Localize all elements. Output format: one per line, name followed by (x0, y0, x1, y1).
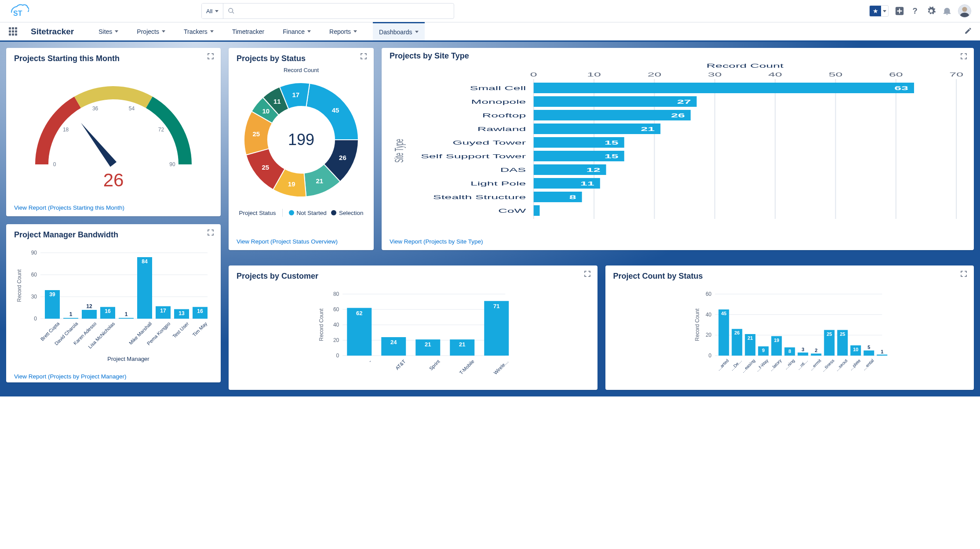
svg-text:40: 40 (705, 312, 711, 318)
svg-text:Record Count: Record Count (694, 308, 700, 341)
svg-text:Small Cell: Small Cell (470, 85, 526, 91)
svg-text:199: 199 (288, 131, 314, 149)
search-scope-dropdown[interactable]: All (202, 4, 223, 18)
view-report-link[interactable]: View Report (Project Status Overview) (237, 238, 338, 245)
expand-icon[interactable] (960, 270, 968, 278)
svg-text:63: 63 (894, 85, 908, 91)
view-report-link[interactable]: View Report (Projects by Project Manager… (14, 373, 127, 380)
svg-text:20: 20 (705, 332, 711, 338)
svg-text:30: 30 (31, 294, 37, 300)
svg-text:45: 45 (332, 106, 339, 114)
svg-text:18: 18 (63, 127, 69, 133)
svg-text:Record Count: Record Count (16, 269, 22, 302)
svg-text:?: ? (913, 6, 918, 15)
view-report-link[interactable]: View Report (Projects Starting this Mont… (14, 204, 124, 211)
nav-item-projects[interactable]: Projects (134, 22, 168, 40)
svg-text:16: 16 (105, 308, 111, 314)
svg-text:Test User: Test User (171, 321, 190, 339)
svg-rect-75 (534, 83, 914, 93)
svg-text:0: 0 (530, 71, 537, 78)
card-projects-by-customer: Projects by Customer 020406080Record Cou… (229, 265, 597, 390)
nav-item-trackers[interactable]: Trackers (181, 22, 216, 40)
gear-icon[interactable] (926, 6, 936, 16)
site-type-chart: Record Count010203040506070Small Cell63M… (390, 61, 966, 223)
svg-point-4 (962, 7, 967, 12)
svg-text:71: 71 (493, 303, 499, 309)
favorites-dropdown[interactable]: ★ (869, 5, 889, 17)
global-search: All (201, 3, 454, 19)
svg-text:19: 19 (774, 338, 779, 343)
svg-text:54: 54 (129, 105, 135, 112)
svg-text:Record Count: Record Count (318, 308, 324, 341)
svg-rect-81 (534, 110, 691, 120)
svg-rect-30 (137, 257, 152, 319)
svg-text:AT&T: AT&T (394, 359, 407, 371)
svg-text:10: 10 (262, 107, 270, 115)
svg-text:-: - (368, 359, 372, 364)
expand-icon[interactable] (583, 270, 591, 278)
search-input[interactable] (238, 7, 449, 15)
card-projects-starting-month: Projects Starting this Month 01836547290… (6, 48, 221, 216)
expand-icon[interactable] (207, 52, 215, 60)
svg-text:45: 45 (721, 311, 726, 316)
nav-item-timetracker[interactable]: Timetracker (230, 22, 267, 40)
svg-text:40: 40 (333, 322, 339, 328)
nav-label: Reports (329, 28, 351, 35)
chevron-down-icon (210, 30, 214, 33)
help-icon[interactable]: ? (911, 6, 920, 16)
svg-text:Self Support Tower: Self Support Tower (421, 153, 526, 160)
legend-item[interactable]: Selection (331, 210, 364, 216)
legend-color-dot (289, 210, 294, 215)
nav-item-finance[interactable]: Finance (280, 22, 313, 40)
pencil-icon[interactable] (964, 27, 972, 36)
svg-rect-152 (798, 353, 808, 356)
view-report-link[interactable]: View Report (Projects by Site Type) (390, 238, 483, 245)
svg-text:25: 25 (840, 331, 845, 337)
nav-label: Projects (137, 28, 159, 35)
svg-text:Sprint: Sprint (428, 359, 441, 371)
card-projects-by-status: Projects by Status Record Count 45262119… (229, 48, 374, 250)
chevron-down-icon (215, 10, 219, 12)
chevron-down-icon (353, 30, 357, 33)
svg-text:10: 10 (853, 347, 858, 352)
top-bar: ST All ★ ? (0, 0, 980, 22)
svg-text:50: 50 (829, 71, 843, 78)
expand-icon[interactable] (207, 229, 215, 236)
svg-text:24: 24 (390, 339, 397, 345)
svg-text:…nti…: …nti… (796, 358, 809, 371)
app-name: Sitetracker (31, 27, 74, 36)
nav-item-reports[interactable]: Reports (327, 22, 360, 40)
nav-label: Finance (283, 28, 305, 35)
bell-icon[interactable] (942, 6, 952, 16)
legend-item[interactable]: Not Started (289, 210, 327, 216)
add-icon[interactable] (895, 6, 904, 16)
nav-item-sites[interactable]: Sites (96, 22, 121, 40)
svg-rect-78 (534, 96, 697, 107)
svg-text:…arted: …arted (716, 358, 729, 372)
expand-icon[interactable] (960, 52, 968, 60)
svg-text:90: 90 (31, 250, 37, 256)
svg-text:36: 36 (92, 105, 98, 112)
card-title: Project Manager Bandwidth (14, 230, 213, 240)
search-input-wrap (223, 4, 454, 18)
expand-icon[interactable] (360, 52, 368, 60)
nav-label: Timetracker (232, 28, 264, 35)
svg-text:26: 26 (734, 330, 740, 335)
app-launcher-icon[interactable] (9, 27, 18, 36)
svg-text:1: 1 (69, 311, 73, 317)
svg-text:12: 12 (86, 303, 92, 309)
svg-text:21: 21 (747, 335, 753, 341)
card-title: Project Count by Status (613, 272, 966, 281)
svg-text:…f-Way: …f-Way (754, 358, 769, 373)
card-title: Projects by Site Type (390, 51, 966, 61)
svg-text:…latory: …latory (768, 358, 782, 372)
svg-text:…plete: …plete (848, 358, 861, 371)
donut-legend: Project Status Not StartedSelection (237, 209, 366, 217)
svg-text:25: 25 (827, 331, 832, 337)
user-avatar[interactable] (958, 4, 971, 18)
nav-item-dashboards[interactable]: Dashboards (373, 22, 425, 40)
app-logo: ST (9, 4, 29, 18)
svg-text:70: 70 (949, 71, 963, 78)
svg-text:CoW: CoW (498, 207, 526, 214)
svg-text:13: 13 (179, 310, 185, 316)
